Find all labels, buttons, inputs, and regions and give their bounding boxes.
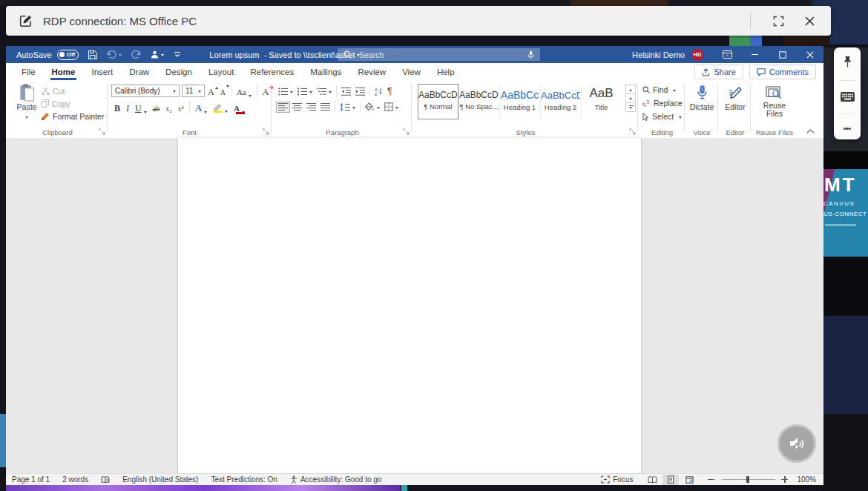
zoom-slider-thumb[interactable] (746, 476, 749, 483)
web-layout-button[interactable] (681, 475, 697, 485)
maximize-button[interactable] (769, 46, 796, 63)
quick-access-menu-icon[interactable] (174, 51, 181, 58)
focus-mode-button[interactable]: Focus (601, 475, 633, 484)
tab-layout[interactable]: Layout (200, 63, 243, 80)
bullets-button[interactable] (276, 86, 295, 97)
style-no-spacing[interactable]: AaBbCcDc ¶ No Spac... (458, 84, 499, 119)
tab-insert[interactable]: Insert (83, 63, 121, 80)
increase-indent-button[interactable] (353, 86, 367, 97)
account-avatar[interactable]: HD (691, 49, 703, 61)
copy-button[interactable]: Copy (42, 99, 70, 108)
decrease-indent-button[interactable] (339, 86, 353, 97)
sort-button[interactable]: AZ (372, 86, 385, 97)
search-input[interactable] (358, 50, 522, 60)
show-formatting-marks-button[interactable] (385, 85, 394, 98)
minimize-button[interactable] (741, 46, 769, 63)
text-predictions-indicator[interactable]: Text Predictions: On (211, 475, 277, 484)
read-mode-button[interactable] (644, 475, 660, 485)
font-color-button[interactable] (231, 102, 248, 113)
grow-font-button[interactable] (205, 85, 217, 97)
numbering-button[interactable] (295, 86, 315, 97)
word-count[interactable]: 2 words (62, 475, 88, 484)
share-button[interactable]: Share (694, 65, 743, 79)
highlight-color-button[interactable] (210, 101, 231, 114)
paste-button[interactable]: Paste (13, 84, 40, 120)
paragraph-dialog-launcher-icon[interactable] (403, 128, 410, 135)
clear-formatting-button[interactable] (260, 85, 272, 97)
keyboard-icon[interactable] (841, 92, 855, 102)
print-layout-button[interactable] (662, 475, 679, 485)
align-right-button[interactable] (304, 102, 318, 113)
close-button[interactable] (796, 46, 823, 63)
pin-icon[interactable] (842, 56, 853, 68)
comments-button[interactable]: Comments (749, 65, 816, 79)
font-family-select[interactable]: Calibri (Body) (111, 85, 180, 97)
dictate-button[interactable] (685, 85, 718, 100)
line-spacing-button[interactable] (338, 102, 358, 113)
ribbon-display-options-button[interactable] (714, 46, 741, 63)
more-options-icon[interactable] (844, 126, 852, 132)
accessibility-indicator[interactable]: Accessibility: Good to go (290, 475, 382, 484)
tab-draw[interactable]: Draw (121, 63, 157, 80)
style-normal[interactable]: AaBbCcDc ¶ Normal (418, 84, 458, 119)
format-painter-button[interactable]: Format Painter (42, 111, 104, 121)
multilevel-list-button[interactable] (315, 86, 334, 97)
underline-button[interactable] (132, 102, 150, 113)
zoom-level[interactable]: 100% (797, 475, 816, 484)
redo-icon[interactable] (131, 50, 141, 59)
subscript-button[interactable] (162, 102, 175, 113)
styles-dialog-launcher-icon[interactable] (629, 128, 636, 135)
mute-audio-button[interactable] (777, 424, 816, 463)
proofing-icon[interactable] (101, 476, 110, 484)
autosave-toggle[interactable]: Off (57, 50, 79, 60)
language-indicator[interactable]: English (United States) (122, 475, 198, 484)
font-size-select[interactable]: 11 (182, 85, 205, 97)
select-button[interactable]: Select (642, 111, 682, 122)
page-indicator[interactable]: Page 1 of 1 (12, 475, 50, 484)
zoom-in-button[interactable] (781, 476, 788, 483)
fullscreen-button[interactable] (773, 16, 784, 27)
style-title[interactable]: AaB Title (581, 84, 622, 119)
pen-mode-icon[interactable] (151, 50, 164, 59)
document-title[interactable]: Lorem upsum (209, 50, 259, 59)
superscript-button[interactable] (175, 102, 187, 113)
document-page[interactable] (178, 138, 641, 473)
strikethrough-button[interactable] (150, 102, 162, 113)
font-dialog-launcher-icon[interactable] (263, 128, 269, 135)
align-center-button[interactable] (290, 102, 304, 113)
save-icon[interactable] (88, 50, 97, 59)
zoom-slider-track[interactable] (722, 479, 775, 480)
justify-button[interactable] (318, 102, 332, 113)
shading-button[interactable] (363, 101, 382, 113)
shrink-font-button[interactable] (217, 85, 228, 97)
tab-mailings[interactable]: Mailings (302, 63, 349, 80)
align-left-button[interactable] (276, 102, 290, 113)
find-button[interactable]: Find (642, 85, 676, 95)
undo-icon[interactable] (107, 50, 122, 59)
tab-help[interactable]: Help (429, 63, 463, 80)
clipboard-dialog-launcher-icon[interactable] (99, 128, 105, 135)
tab-view[interactable]: View (394, 63, 429, 80)
reuse-files-button[interactable] (752, 86, 797, 100)
style-heading-1[interactable]: AaBbCc Heading 1 (499, 84, 540, 119)
search-box[interactable] (338, 48, 540, 61)
editor-button[interactable] (720, 86, 751, 99)
text-effects-button[interactable] (192, 102, 210, 113)
tab-references[interactable]: References (242, 63, 302, 80)
borders-button[interactable] (382, 101, 401, 113)
change-case-button[interactable] (234, 85, 254, 97)
tab-design[interactable]: Design (157, 63, 200, 80)
account-name[interactable]: Helsinki Demo (632, 50, 685, 59)
zoom-out-button[interactable] (708, 479, 714, 480)
bold-button[interactable] (111, 102, 123, 113)
close-session-button[interactable] (805, 16, 815, 26)
style-heading-2[interactable]: AaBbCcD Heading 2 (540, 84, 581, 119)
italic-button[interactable] (123, 102, 132, 113)
styles-gallery-more-icon[interactable] (625, 102, 636, 112)
replace-button[interactable]: bc Replace (642, 98, 683, 108)
cut-button[interactable]: Cut (42, 86, 65, 96)
collapse-ribbon-icon[interactable] (806, 129, 815, 134)
tab-file[interactable]: File (13, 63, 44, 80)
tab-review[interactable]: Review (349, 63, 394, 80)
search-mic-icon[interactable] (527, 50, 534, 59)
